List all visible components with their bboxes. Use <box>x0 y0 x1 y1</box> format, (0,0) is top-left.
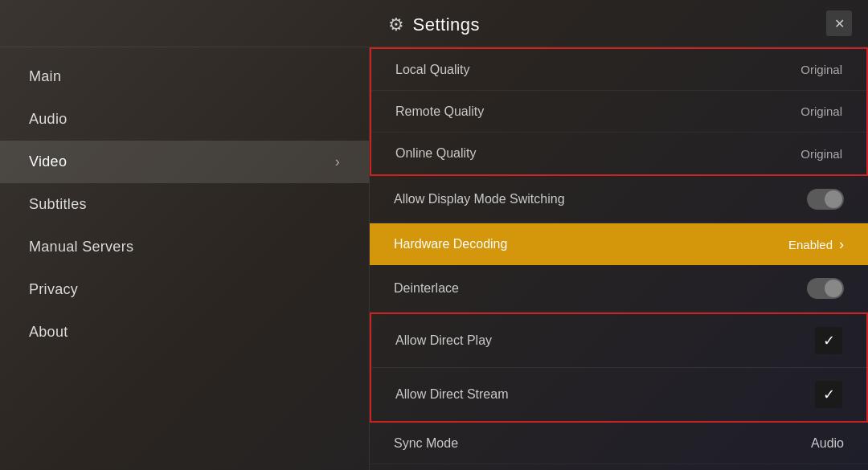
header: ⚙ Settings ✕ <box>0 0 868 47</box>
header-title: ⚙ Settings <box>388 14 480 35</box>
remote-quality-label: Remote Quality <box>395 104 484 119</box>
deinterlace-row[interactable]: Deinterlace <box>370 265 868 313</box>
deinterlace-label: Deinterlace <box>394 281 459 296</box>
sidebar-label-subtitles: Subtitles <box>29 196 87 213</box>
sidebar-label-audio: Audio <box>29 111 68 128</box>
app-container: ⚙ Settings ✕ Main Audio Video › Subtitle… <box>0 0 868 470</box>
sidebar-item-audio[interactable]: Audio <box>0 98 369 141</box>
allow-direct-play-label: Allow Direct Play <box>395 333 492 348</box>
chevron-right-icon: › <box>335 153 340 170</box>
sidebar-label-main: Main <box>29 68 61 85</box>
hardware-decoding-label: Hardware Decoding <box>394 237 507 251</box>
sidebar-item-main[interactable]: Main <box>0 55 369 98</box>
hardware-decoding-right: Enabled › <box>788 236 844 253</box>
quality-group: Local Quality Original Remote Quality Or… <box>370 47 868 176</box>
sidebar-label-manual-servers: Manual Servers <box>29 239 133 255</box>
online-quality-row[interactable]: Online Quality Original <box>371 133 866 174</box>
gear-icon: ⚙ <box>388 14 405 35</box>
hardware-decoding-row[interactable]: Hardware Decoding Enabled › <box>370 223 868 265</box>
network-string-row[interactable]: Network String Default (75 MB) <box>370 464 868 470</box>
allow-direct-stream-label: Allow Direct Stream <box>395 387 508 402</box>
sidebar-label-video: Video <box>29 153 67 170</box>
display-mode-label: Allow Display Mode Switching <box>394 192 565 206</box>
sidebar: Main Audio Video › Subtitles Manual Serv… <box>0 47 370 470</box>
local-quality-label: Local Quality <box>395 63 470 77</box>
right-panel: Local Quality Original Remote Quality Or… <box>370 47 868 470</box>
hardware-decoding-value: Enabled <box>788 238 833 251</box>
sidebar-label-privacy: Privacy <box>29 281 78 298</box>
content-area: Main Audio Video › Subtitles Manual Serv… <box>0 47 868 470</box>
display-mode-row[interactable]: Allow Display Mode Switching <box>370 176 868 223</box>
online-quality-value: Original <box>800 147 842 161</box>
sync-mode-label: Sync Mode <box>394 436 458 451</box>
hardware-decoding-chevron-icon: › <box>839 236 844 253</box>
allow-direct-play-row[interactable]: Allow Direct Play ✓ <box>371 314 866 368</box>
allow-direct-play-checkbox[interactable]: ✓ <box>815 327 842 354</box>
allow-direct-stream-checkbox[interactable]: ✓ <box>815 381 842 408</box>
local-quality-value: Original <box>800 63 842 76</box>
sidebar-item-subtitles[interactable]: Subtitles <box>0 183 369 226</box>
local-quality-row[interactable]: Local Quality Original <box>371 49 866 91</box>
sidebar-item-manual-servers[interactable]: Manual Servers <box>0 226 369 268</box>
sync-mode-row[interactable]: Sync Mode Audio <box>370 423 868 464</box>
allow-direct-stream-row[interactable]: Allow Direct Stream ✓ <box>371 368 866 421</box>
remote-quality-value: Original <box>800 104 842 118</box>
remote-quality-row[interactable]: Remote Quality Original <box>371 91 866 133</box>
sidebar-item-privacy[interactable]: Privacy <box>0 268 369 311</box>
sidebar-label-about: About <box>29 324 68 341</box>
direct-group: Allow Direct Play ✓ Allow Direct Stream … <box>370 313 868 423</box>
sidebar-item-about[interactable]: About <box>0 311 369 354</box>
settings-title: Settings <box>413 14 481 35</box>
sync-mode-value: Audio <box>811 436 844 451</box>
sidebar-item-video[interactable]: Video › <box>0 141 369 183</box>
display-mode-toggle[interactable] <box>807 189 844 210</box>
online-quality-label: Online Quality <box>395 146 477 161</box>
deinterlace-toggle[interactable] <box>807 278 844 299</box>
close-button[interactable]: ✕ <box>826 10 852 36</box>
